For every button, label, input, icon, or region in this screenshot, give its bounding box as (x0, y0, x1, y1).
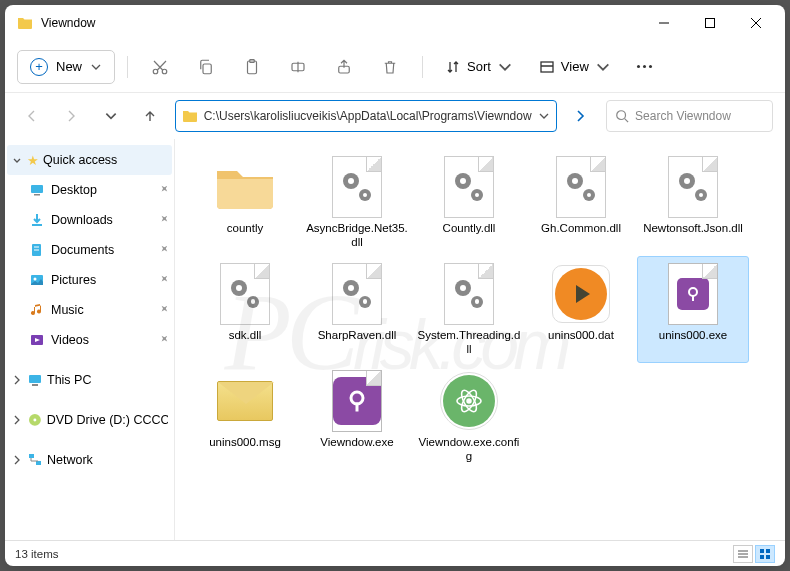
sidebar-item-desktop[interactable]: Desktop (7, 175, 172, 205)
maximize-button[interactable] (687, 7, 733, 39)
sidebar-item-documents[interactable]: Documents (7, 235, 172, 265)
downloads-icon (29, 212, 45, 228)
pin-icon (155, 212, 171, 228)
icons-view-button[interactable] (755, 545, 775, 563)
minimize-button[interactable] (641, 7, 687, 39)
file-item[interactable]: sdk.dll (189, 256, 301, 363)
file-item[interactable]: unins000.dat (525, 256, 637, 363)
svg-rect-44 (760, 555, 764, 559)
chevron-down-icon (497, 59, 513, 75)
svg-point-33 (351, 392, 363, 404)
sidebar-network[interactable]: Network (7, 445, 172, 475)
file-pane[interactable]: countlyAsyncBridge.Net35.dllCountly.dllG… (175, 139, 785, 540)
file-thumb (213, 369, 277, 433)
folder-icon (182, 108, 198, 124)
sidebar-item-videos[interactable]: Videos (7, 325, 172, 355)
file-item[interactable]: System.Threading.dll (413, 256, 525, 363)
file-item[interactable]: countly (189, 149, 301, 256)
search-box[interactable]: Search Viewndow (606, 100, 773, 132)
toolbar: + New Sort View (5, 41, 785, 93)
forward-button[interactable] (56, 100, 85, 132)
view-button[interactable]: View (529, 50, 621, 84)
folder-icon (17, 15, 33, 31)
svg-point-28 (33, 419, 36, 422)
pc-icon (27, 372, 43, 388)
view-icon (539, 59, 555, 75)
new-button[interactable]: + New (17, 50, 115, 84)
svg-rect-1 (706, 19, 715, 28)
music-icon (29, 302, 45, 318)
file-label: countly (227, 221, 263, 235)
file-thumb (213, 262, 277, 326)
pin-icon (155, 302, 171, 318)
file-label: sdk.dll (229, 328, 262, 342)
recent-button[interactable] (96, 100, 125, 132)
sort-icon (445, 59, 461, 75)
more-button[interactable] (627, 65, 662, 68)
file-label: Viewndow.exe.config (417, 435, 521, 464)
file-item[interactable]: Newtonsoft.Json.dll (637, 149, 749, 256)
svg-rect-26 (32, 384, 38, 386)
file-label: unins000.exe (659, 328, 727, 342)
file-item[interactable]: SharpRaven.dll (301, 256, 413, 363)
chevron-right-icon (11, 454, 23, 466)
chevron-right-icon (11, 414, 23, 426)
status-bar: 13 items (5, 540, 785, 566)
paste-button[interactable] (232, 50, 272, 84)
search-placeholder: Search Viewndow (635, 109, 731, 123)
file-label: AsyncBridge.Net35.dll (305, 221, 409, 250)
pin-icon (155, 182, 171, 198)
sidebar-item-pictures[interactable]: Pictures (7, 265, 172, 295)
sort-button[interactable]: Sort (435, 50, 523, 84)
cut-button[interactable] (140, 50, 180, 84)
chevron-down-icon (11, 154, 23, 166)
file-item[interactable]: Countly.dll (413, 149, 525, 256)
svg-point-38 (467, 399, 471, 403)
file-item[interactable]: unins000.msg (189, 363, 301, 470)
svg-line-15 (625, 119, 629, 123)
documents-icon (29, 242, 45, 258)
details-view-button[interactable] (733, 545, 753, 563)
svg-rect-6 (203, 64, 211, 74)
file-item[interactable]: unins000.exe (637, 256, 749, 363)
chevron-down-icon[interactable] (538, 110, 550, 122)
plus-icon: + (30, 58, 48, 76)
svg-rect-42 (760, 549, 764, 553)
svg-point-14 (617, 111, 626, 120)
file-thumb (661, 262, 725, 326)
delete-button[interactable] (370, 50, 410, 84)
close-button[interactable] (733, 7, 779, 39)
sidebar-this-pc[interactable]: This PC (7, 365, 172, 395)
copy-button[interactable] (186, 50, 226, 84)
chevron-right-icon (11, 374, 23, 386)
file-item[interactable]: AsyncBridge.Net35.dll (301, 149, 413, 256)
up-button[interactable] (135, 100, 164, 132)
file-thumb (325, 369, 389, 433)
share-button[interactable] (324, 50, 364, 84)
pin-icon (155, 332, 171, 348)
pictures-icon (29, 272, 45, 288)
rename-button[interactable] (278, 50, 318, 84)
sidebar-item-downloads[interactable]: Downloads (7, 205, 172, 235)
svg-rect-17 (34, 194, 40, 196)
sidebar: ★ Quick access DesktopDownloadsDocuments… (5, 139, 175, 540)
svg-rect-45 (766, 555, 770, 559)
file-label: Gh.Common.dll (541, 221, 621, 235)
back-button[interactable] (17, 100, 46, 132)
file-thumb (325, 262, 389, 326)
videos-icon (29, 332, 45, 348)
file-label: SharpRaven.dll (318, 328, 397, 342)
file-label: Viewndow.exe (320, 435, 393, 449)
file-item[interactable]: Gh.Common.dll (525, 149, 637, 256)
sidebar-dvd-drive[interactable]: DVD Drive (D:) CCCC (7, 405, 172, 435)
file-item[interactable]: Viewndow.exe (301, 363, 413, 470)
address-bar[interactable]: C:\Users\karolisliucveikis\AppData\Local… (175, 100, 557, 132)
pin-icon (155, 242, 171, 258)
svg-point-4 (153, 69, 158, 74)
go-button[interactable] (567, 100, 596, 132)
file-item[interactable]: Viewndow.exe.config (413, 363, 525, 470)
svg-point-23 (34, 278, 37, 281)
sidebar-item-music[interactable]: Music (7, 295, 172, 325)
sidebar-quick-access[interactable]: ★ Quick access (7, 145, 172, 175)
disc-icon (27, 412, 43, 428)
